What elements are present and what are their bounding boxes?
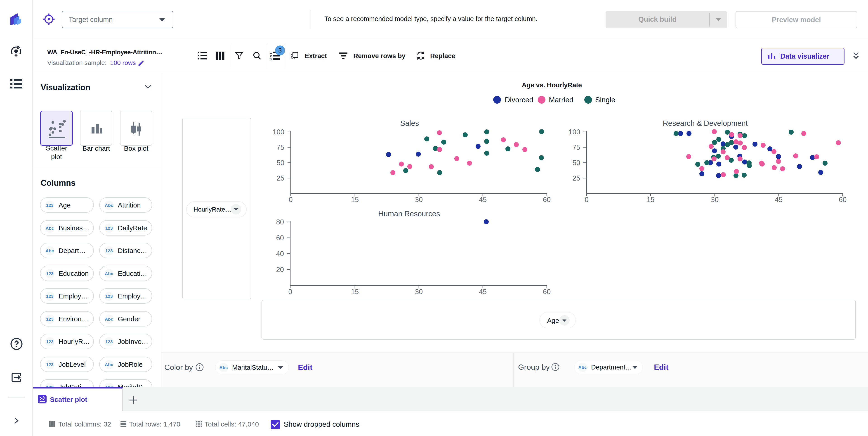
svg-text:40: 40 (276, 250, 284, 258)
svg-text:Single: Single (595, 96, 615, 104)
svg-text:Divorced: Divorced (505, 96, 533, 104)
svg-text:3: 3 (270, 58, 272, 61)
svg-text:75: 75 (277, 143, 284, 151)
svg-text:60: 60 (543, 288, 551, 296)
svg-text:30: 30 (415, 288, 423, 296)
svg-text:45: 45 (479, 196, 487, 204)
svg-text:60: 60 (543, 196, 551, 204)
svg-text:Age: Age (547, 317, 559, 324)
svg-text:1: 1 (270, 51, 272, 54)
svg-text:45: 45 (479, 288, 487, 296)
svg-text:30: 30 (415, 196, 423, 204)
svg-text:60: 60 (276, 234, 284, 242)
svg-text:Research & Development: Research & Development (663, 119, 748, 127)
svg-text:25: 25 (572, 174, 580, 182)
svg-text:50: 50 (277, 159, 284, 167)
svg-text:HourlyRate…: HourlyRate… (193, 206, 231, 213)
svg-text:0: 0 (288, 288, 292, 296)
svg-text:25: 25 (277, 174, 284, 182)
svg-text:30: 30 (711, 196, 719, 204)
svg-text:45: 45 (775, 196, 782, 204)
svg-text:100: 100 (568, 128, 580, 136)
svg-text:100: 100 (273, 128, 284, 136)
svg-text:0: 0 (289, 196, 292, 204)
svg-text:2: 2 (270, 54, 272, 58)
svg-text:60: 60 (839, 196, 846, 204)
svg-text:50: 50 (572, 159, 580, 167)
svg-text:15: 15 (351, 288, 359, 296)
svg-text:15: 15 (351, 196, 359, 204)
svg-text:Age vs. HourlyRate: Age vs. HourlyRate (522, 81, 582, 89)
svg-text:Human Resources: Human Resources (378, 209, 440, 218)
svg-text:15: 15 (647, 196, 654, 204)
svg-text:Sales: Sales (400, 119, 419, 127)
svg-text:80: 80 (276, 218, 284, 226)
svg-text:20: 20 (276, 266, 284, 273)
svg-text:Married: Married (549, 96, 573, 104)
svg-text:0: 0 (585, 196, 588, 204)
svg-text:75: 75 (572, 143, 580, 151)
